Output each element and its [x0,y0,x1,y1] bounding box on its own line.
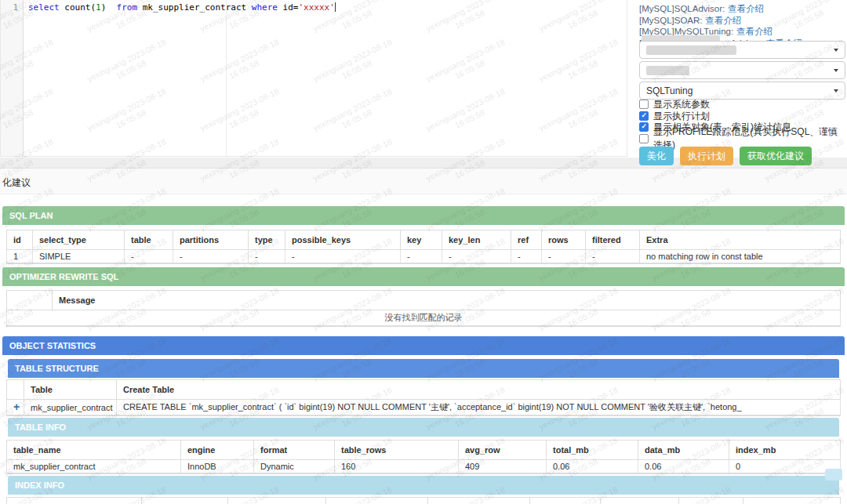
select-value: SQLTuning [646,85,693,96]
col-header: index_type [743,498,841,504]
index-info-table: table_name index_name non_unique seq_in_… [6,497,841,504]
cell: - [511,250,542,264]
col-header: ref [511,230,542,250]
advisor-row: [MySQL]SOAR:查看介绍 [639,15,802,27]
cell: - [401,250,442,264]
cell: mk_supplier_contract [7,460,181,474]
col-header: id [7,230,33,250]
chevron-down-icon [834,89,838,92]
cell: - [586,250,640,264]
col-header: Create Table [117,380,841,400]
col-header: non_unique [228,498,326,504]
col-header: format [254,441,335,460]
checkbox-icon[interactable] [639,100,649,109]
col-header: Message [53,291,841,310]
cell: 160 [335,460,459,474]
checkbox-icon[interactable] [639,122,649,132]
table-row: mk_supplier_contract InnoDB Dynamic 160 … [7,460,841,474]
scroll-top-button[interactable] [825,469,842,480]
cell: 0.06 [638,460,729,474]
chevron-down-icon [834,69,838,72]
cell: mk_supplier_contract [24,400,117,416]
cell: 0.06 [547,460,638,474]
advisor-intro-link[interactable]: 查看介绍 [706,16,742,25]
optimizer-rewrite-table: Message 没有找到匹配的记录 [6,290,841,327]
cell: - [125,250,173,264]
cell: - [249,250,285,264]
advisor-label: [MySQL]SOAR: [639,16,703,25]
editor-divider [226,0,227,156]
table-row: 1 SIMPLE - - - - - - - - - no matching r… [7,250,841,264]
table-row: + mk_supplier_contract CREATE TABLE `mk_… [7,400,841,416]
editor-gutter: 1 [1,0,24,156]
cell: - [285,250,401,264]
table-structure-header: TABLE STRUCTURE [8,359,839,378]
advisor-intro-link[interactable]: 查看介绍 [728,4,764,13]
table-header-row: Table Create Table [7,380,841,400]
checkbox-show-system-params[interactable]: 显示系统参数 [639,99,710,110]
col-header: type [249,230,285,250]
table-header-row: id select_type table partitions type pos… [7,230,841,250]
col-header: Extra [640,230,841,250]
get-advice-button[interactable]: 获取优化建议 [740,147,812,165]
text-cursor [335,2,336,12]
table-header-row: table_name index_name non_unique seq_in_… [7,498,841,504]
sql-keyword: select [28,2,64,13]
panel-body: SQL PLAN id select_type table partitions… [0,194,847,504]
sql-editor[interactable]: 1 select count(1) from mk_supplier_contr… [0,0,627,157]
col-header: key_len [442,230,511,250]
col-header: select_type [33,230,125,250]
col-header: Table [24,380,117,400]
col-header [7,291,53,310]
chevron-down-icon [834,49,838,52]
empty-result-cell: 没有找到匹配的记录 [7,310,841,327]
col-header: collation [530,498,601,504]
checkbox-icon[interactable] [639,134,649,143]
col-header: index_mb [729,441,841,460]
checkbox-show-profile[interactable]: 显示PROFILE跟踪信息(真实执行SQL、谨慎选择) [639,133,847,144]
col-header: column_name [428,498,530,504]
index-info-header: INDEX INFO [8,476,839,495]
col-header [7,380,24,400]
sql-number: 1 [96,2,101,13]
object-statistics-header: OBJECT STATISTICS [2,336,845,355]
beautify-button[interactable]: 美化 [639,147,674,165]
col-header: possible_keys [285,230,401,250]
checkbox-icon[interactable] [639,111,649,121]
col-header: filtered [586,230,640,250]
col-header: table_rows [335,441,459,460]
table-header-row: table_name engine format table_rows avg_… [7,441,841,460]
advisor-intro-link[interactable]: 查看介绍 [736,27,772,36]
expand-row-button[interactable]: + [13,401,20,413]
advisor-label: [MySQL]SQLAdvisor: [639,4,725,13]
col-header: avg_row [459,441,547,460]
col-header: key [401,230,442,250]
cell: 0 [729,460,841,474]
redacted-value [646,45,736,55]
database-select[interactable] [639,61,845,79]
redacted-value [646,66,689,75]
sql-keyword: from [106,2,142,13]
cell: no matching row in const table [640,250,841,264]
col-header: rows [542,230,586,250]
col-header: table_name [7,498,142,504]
table-structure-table: Table Create Table + mk_supplier_contrac… [6,379,841,416]
cell: - [542,250,586,264]
col-header: partitions [173,230,249,250]
cell: SIMPLE [33,250,125,264]
table-header-row: Message [7,291,841,310]
advice-panel: 化建议 SQL PLAN id select_type table partit… [0,168,847,504]
instance-select[interactable] [639,41,845,59]
cell: InnoDB [181,460,254,474]
sql-plan-header: SQL PLAN [2,206,845,225]
advisor-row: [MySQL]SQLAdvisor:查看介绍 [639,3,802,15]
panel-heading: 化建议 [0,169,847,194]
col-header: table_name [7,441,181,460]
col-header: cardinality [601,498,679,504]
explain-button[interactable]: 执行计划 [680,147,733,165]
col-header: data_mb [638,441,729,460]
line-number: 1 [13,2,18,13]
col-header: seq_in_index [326,498,428,504]
cell: - [173,250,249,264]
col-header: nullable [679,498,743,504]
